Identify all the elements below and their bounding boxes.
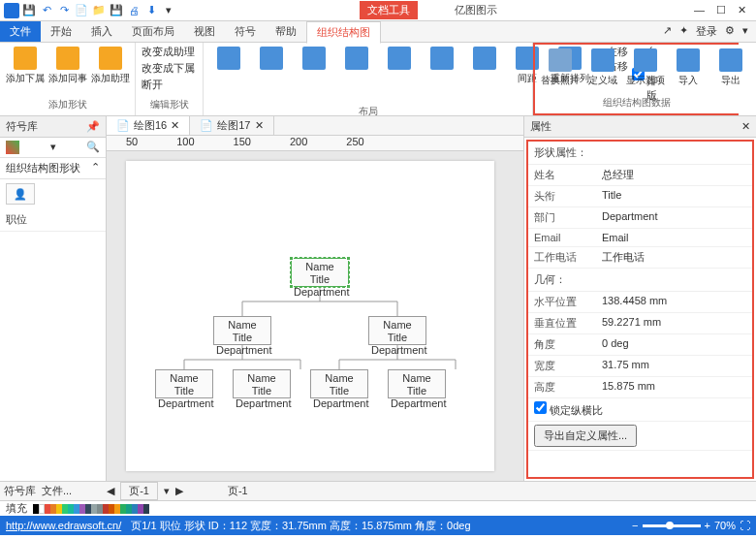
tab-close-icon[interactable]: ✕ xyxy=(255,119,264,132)
save-icon[interactable]: 💾 xyxy=(21,3,37,18)
fill-label: 填充 xyxy=(6,501,27,516)
zoom-slider[interactable] xyxy=(643,524,701,527)
category-expand-icon[interactable]: ⌃ xyxy=(91,161,100,175)
add-subordinate-button[interactable]: 添加下属 xyxy=(6,45,45,87)
lock-aspect-checkbox[interactable]: 锁定纵横比 xyxy=(534,401,603,418)
layout-1-button[interactable] xyxy=(209,45,248,72)
symbol-lib-title: 符号库 xyxy=(6,119,38,134)
prop-email-value[interactable]: Email xyxy=(602,232,746,243)
zoom-out-icon[interactable]: − xyxy=(632,520,638,531)
props-close-icon[interactable]: ✕ xyxy=(741,120,750,133)
tab-org[interactable]: 组织结构图 xyxy=(306,21,381,44)
org-node-root[interactable]: NameTitleDepartment xyxy=(291,258,349,287)
open-icon[interactable]: 📁 xyxy=(91,3,107,18)
page-tab[interactable]: 页-1 xyxy=(120,482,158,500)
search-icon[interactable]: 🔍 xyxy=(86,141,100,154)
display-options-button[interactable]: 显示选项 xyxy=(626,47,665,89)
share-icon[interactable]: ↗ xyxy=(663,24,672,39)
custom-field-button[interactable]: 定义域 xyxy=(583,47,622,89)
layout-2-button[interactable] xyxy=(252,45,291,72)
org-node[interactable]: NameTitleDepartment xyxy=(233,369,291,398)
org-node[interactable]: NameTitleDepartment xyxy=(310,369,368,398)
canvas[interactable]: NameTitleDepartment NameTitleDepartment … xyxy=(107,151,523,481)
status-url[interactable]: http://www.edrawsoft.cn/ xyxy=(6,520,121,531)
tab-start[interactable]: 开始 xyxy=(41,21,81,42)
doc-tab-2[interactable]: 📄绘图17✕ xyxy=(190,116,273,135)
new-icon[interactable]: 📄 xyxy=(74,3,89,18)
redo-icon[interactable]: ↷ xyxy=(56,3,72,18)
export-icon[interactable]: ⬇ xyxy=(143,3,159,18)
tab-file[interactable]: 文件 xyxy=(0,21,41,42)
prop-height-value[interactable]: 15.875 mm xyxy=(602,380,746,395)
shape-position[interactable]: 职位 xyxy=(0,208,106,232)
title-doc-tools: 文档工具 xyxy=(360,1,418,19)
export-button[interactable]: 导出 xyxy=(711,47,750,89)
prop-angle-value[interactable]: 0 deg xyxy=(602,337,746,352)
add-assistant-button[interactable]: 添加助理 xyxy=(91,45,130,87)
to-assistant-button[interactable]: 改变成助理 xyxy=(142,45,195,59)
tab-close-icon[interactable]: ✕ xyxy=(171,119,179,132)
org-node[interactable]: NameTitleDepartment xyxy=(388,369,446,398)
layout-7-button[interactable] xyxy=(465,45,504,72)
login-link[interactable]: 登录 xyxy=(696,24,717,39)
prop-y-value[interactable]: 59.2271 mm xyxy=(602,316,746,331)
panel-pin-icon[interactable]: 📌 xyxy=(86,120,100,133)
status-info: 页1/1 职位 形状 ID：112 宽度：31.75mm 高度：15.875mm… xyxy=(131,519,470,533)
props-title: 属性 xyxy=(530,119,551,134)
org-node[interactable]: NameTitleDepartment xyxy=(368,316,426,345)
ruler-horizontal: 50100150200250 xyxy=(107,136,523,151)
lib-dropdown-icon[interactable]: ▾ xyxy=(50,141,56,154)
print-icon[interactable]: 🖨 xyxy=(126,3,142,18)
add-peer-button[interactable]: 添加同事 xyxy=(48,45,87,87)
disconnect-button[interactable]: 断开 xyxy=(142,78,195,92)
tab-help[interactable]: 帮助 xyxy=(266,21,306,42)
lib-selector[interactable] xyxy=(6,141,19,154)
group-edit-shapes: 编辑形状 xyxy=(142,96,197,113)
app-icon xyxy=(4,3,19,18)
doc-tab-1[interactable]: 📄绘图16✕ xyxy=(107,116,190,135)
maximize-icon[interactable]: ☐ xyxy=(716,4,726,16)
org-node[interactable]: NameTitleDepartment xyxy=(155,369,213,398)
color-swatches[interactable] xyxy=(33,504,149,514)
tab-insert[interactable]: 插入 xyxy=(81,21,122,42)
zoom-value[interactable]: 70% xyxy=(714,520,736,531)
replace-photo-button[interactable]: 替换照片 xyxy=(541,47,580,89)
shapes-category[interactable]: 组织结构图形状 xyxy=(6,161,80,175)
prop-x-value[interactable]: 138.4458 mm xyxy=(602,295,746,309)
geom-header: 几何： xyxy=(528,269,752,292)
prop-phone-value[interactable]: 工作电话 xyxy=(602,250,746,265)
title-app-name: 亿图图示 xyxy=(447,1,505,19)
share2-icon[interactable]: ✦ xyxy=(679,24,688,39)
org-node[interactable]: NameTitleDepartment xyxy=(213,316,271,345)
import-button[interactable]: 导入 xyxy=(669,47,708,89)
page-tab-2[interactable]: 页-1 xyxy=(228,484,248,498)
prop-title-value[interactable]: Title xyxy=(602,189,746,204)
minimize-icon[interactable]: — xyxy=(694,4,705,16)
fit-icon[interactable]: ⛶ xyxy=(740,520,750,531)
shape-attr-header: 形状属性： xyxy=(528,142,752,165)
save2-icon[interactable]: 💾 xyxy=(109,3,124,18)
group-data: 组织结构图数据 xyxy=(541,94,733,111)
layout-6-button[interactable] xyxy=(423,45,461,72)
layout-5-button[interactable] xyxy=(380,45,419,72)
prop-dept-value[interactable]: Department xyxy=(602,210,746,225)
zoom-in-icon[interactable]: + xyxy=(705,520,710,531)
more-icon[interactable]: ▾ xyxy=(161,3,176,18)
close-icon[interactable]: ✕ xyxy=(738,4,746,16)
layout-4-button[interactable] xyxy=(337,45,376,72)
shape-thumb-person[interactable]: 👤 xyxy=(6,183,35,205)
tab-symbol[interactable]: 符号 xyxy=(225,21,266,42)
collapse-ribbon-icon[interactable]: ▾ xyxy=(742,24,748,39)
export-custom-props-button[interactable]: 导出自定义属性... xyxy=(534,425,637,447)
to-subordinate-button[interactable]: 改变成下属 xyxy=(142,61,195,76)
settings-icon[interactable]: ⚙ xyxy=(725,24,735,39)
group-add-shapes: 添加形状 xyxy=(6,96,129,113)
layout-3-button[interactable] xyxy=(295,45,333,72)
prop-name-value[interactable]: 总经理 xyxy=(602,168,746,182)
undo-icon[interactable]: ↶ xyxy=(39,3,54,18)
tab-view[interactable]: 视图 xyxy=(184,21,225,42)
left-tab-files[interactable]: 文件... xyxy=(42,484,72,498)
tab-page[interactable]: 页面布局 xyxy=(122,21,184,42)
prop-width-value[interactable]: 31.75 mm xyxy=(602,359,746,373)
left-tab-lib[interactable]: 符号库 xyxy=(4,484,36,498)
